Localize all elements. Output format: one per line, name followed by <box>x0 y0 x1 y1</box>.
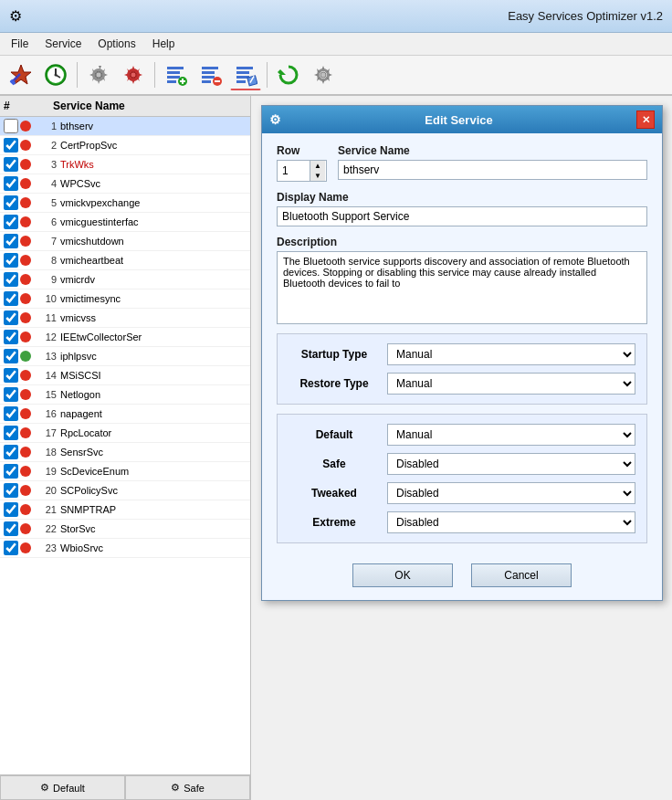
service-name-field-group: Service Name <box>338 144 647 180</box>
gear1-button[interactable] <box>83 59 114 90</box>
title-bar: ⚙ Easy Services Optimizer v1.2 <box>0 0 672 33</box>
startup-restore-section: Startup Type Manual Automatic Disabled A… <box>277 333 647 405</box>
svg-rect-27 <box>236 67 253 69</box>
default-type-label: Default <box>289 428 380 441</box>
svg-rect-21 <box>202 67 218 69</box>
svg-rect-28 <box>236 71 249 74</box>
tweaked-type-label: Tweaked <box>289 487 380 500</box>
refresh-button[interactable] <box>273 59 304 90</box>
svg-marker-33 <box>280 69 286 75</box>
default-type-row: Default Manual Automatic Disabled <box>289 424 635 446</box>
svg-marker-34 <box>278 69 280 75</box>
tweaked-type-select[interactable]: Disabled Manual Automatic <box>387 482 635 504</box>
toolbar-sep-3 <box>267 62 268 88</box>
row-field-group: Row ▲ ▼ <box>277 144 327 182</box>
dialog-title: Edit Service <box>287 113 631 127</box>
app-window: ⚙ Easy Services Optimizer v1.2 File Serv… <box>0 0 672 800</box>
toolbar-sep-2 <box>154 62 155 88</box>
app-settings-button[interactable] <box>308 59 339 90</box>
edit-service-dialog: ⚙ Edit Service ✕ Row ▲ <box>261 105 663 601</box>
app-title: Easy Services Optimizer v1.2 <box>35 9 663 23</box>
service-name-input[interactable] <box>338 160 647 180</box>
extreme-type-row: Extreme Disabled Manual Automatic <box>289 511 635 533</box>
menu-options[interactable]: Options <box>90 35 142 53</box>
svg-point-13 <box>131 72 136 78</box>
add-list-button[interactable] <box>161 59 192 90</box>
tweaked-type-row: Tweaked Disabled Manual Automatic <box>289 482 635 504</box>
description-textarea[interactable]: The Bluetooth service supports discovery… <box>277 251 647 324</box>
row-service-name-field: Row ▲ ▼ Service Name <box>277 144 647 182</box>
restore-type-label: Restore Type <box>289 377 380 390</box>
dialog-overlay: ⚙ Edit Service ✕ Row ▲ <box>0 96 672 800</box>
svg-rect-24 <box>202 80 211 83</box>
menu-help[interactable]: Help <box>145 35 183 53</box>
ok-button[interactable]: OK <box>352 563 453 587</box>
row-spinner[interactable]: ▲ ▼ <box>277 160 327 182</box>
menu-service[interactable]: Service <box>37 35 89 53</box>
dialog-title-bar: ⚙ Edit Service ✕ <box>262 106 662 133</box>
menu-file[interactable]: File <box>4 35 36 53</box>
default-type-select[interactable]: Manual Automatic Disabled <box>387 424 635 446</box>
extreme-type-label: Extreme <box>289 516 380 529</box>
svg-rect-31 <box>247 75 257 85</box>
wizard-button[interactable] <box>5 59 37 90</box>
toolbar <box>0 56 672 96</box>
dialog-title-icon: ⚙ <box>269 112 281 127</box>
remove-list-button[interactable] <box>195 59 226 90</box>
menu-bar: File Service Options Help <box>0 33 672 56</box>
svg-rect-17 <box>167 80 176 83</box>
svg-rect-16 <box>167 76 180 79</box>
row-field-label: Row <box>277 144 327 157</box>
service-name-label: Service Name <box>338 144 647 157</box>
description-label: Description <box>277 236 647 248</box>
extreme-type-select[interactable]: Disabled Manual Automatic <box>387 511 635 533</box>
startup-type-label: Startup Type <box>289 348 380 361</box>
spinner-arrows: ▲ ▼ <box>310 161 325 181</box>
app-icon: ⚙ <box>9 7 27 26</box>
dialog-close-button[interactable]: ✕ <box>636 111 655 129</box>
restore-type-select[interactable]: Manual Automatic Disabled <box>387 373 635 395</box>
dialog-buttons: OK Cancel <box>262 554 662 600</box>
display-name-input[interactable] <box>277 206 647 226</box>
edit-list-button[interactable] <box>230 59 261 90</box>
restore-type-row: Restore Type Manual Automatic Disabled <box>289 373 635 395</box>
svg-point-10 <box>96 72 101 78</box>
row-spinner-input[interactable] <box>278 162 310 180</box>
dialog-body: Row ▲ ▼ Service Name <box>262 133 662 554</box>
svg-rect-22 <box>202 71 215 74</box>
svg-point-36 <box>320 72 326 78</box>
svg-point-7 <box>55 74 58 77</box>
svg-rect-14 <box>167 67 184 69</box>
svg-rect-30 <box>236 80 246 83</box>
svg-rect-15 <box>167 71 180 74</box>
display-name-field-group: Display Name <box>277 191 647 226</box>
toolbar-sep-1 <box>77 62 78 88</box>
safe-type-select[interactable]: Disabled Manual Automatic <box>387 453 635 475</box>
spinner-up[interactable]: ▲ <box>310 161 325 171</box>
description-field-group: Description The Bluetooth service suppor… <box>277 236 647 324</box>
cancel-button[interactable]: Cancel <box>471 563 572 587</box>
spinner-down[interactable]: ▼ <box>310 171 325 181</box>
svg-rect-23 <box>202 76 215 79</box>
schedule-button[interactable] <box>40 59 71 90</box>
safe-type-row: Safe Disabled Manual Automatic <box>289 453 635 475</box>
optimization-section: Default Manual Automatic Disabled Safe D… <box>277 414 647 543</box>
display-name-label: Display Name <box>277 191 647 204</box>
safe-type-label: Safe <box>289 458 380 470</box>
startup-type-select[interactable]: Manual Automatic Disabled Automatic (Del… <box>387 343 635 365</box>
main-content: # Service Name 1bthserv2CertPropSvc3TrkW… <box>0 96 672 800</box>
gear2-button[interactable] <box>118 59 149 90</box>
startup-type-row: Startup Type Manual Automatic Disabled A… <box>289 343 635 365</box>
